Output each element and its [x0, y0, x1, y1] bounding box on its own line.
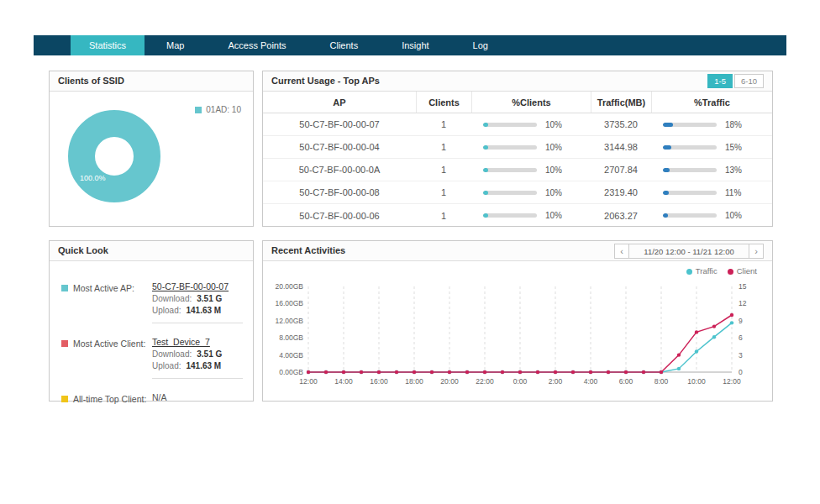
- ap-name: 50-C7-BF-00-00-0A: [263, 165, 416, 175]
- pct-clients-value: 10%: [545, 143, 562, 152]
- table-row: 50-C7-BF-00-00-08 1 10% 2319.40 11%: [263, 181, 772, 204]
- date-range-control: ‹ 11/20 12:00 - 11/21 12:00 ›: [614, 244, 764, 259]
- svg-text:8:00: 8:00: [654, 377, 669, 386]
- pct-clients-bar: [483, 145, 537, 150]
- pct-clients-value: 10%: [545, 120, 562, 129]
- quick-look-panel: Quick Look Most Active AP: 50-C7-BF-00-0…: [49, 240, 254, 402]
- pct-clients-value: 10%: [545, 165, 562, 175]
- activity-chart-legend: Traffic Client: [263, 261, 772, 276]
- quick-look-title: Quick Look: [58, 241, 108, 260]
- table-row: 50-C7-BF-00-00-04 1 10% 3144.98 15%: [263, 136, 772, 159]
- activity-line-chart: 12:0014:0016:0018:0020:0022:000:002:004:…: [263, 276, 772, 397]
- upload-label: Upload:: [152, 360, 181, 372]
- pct-traffic-bar: [663, 191, 717, 195]
- pct-clients-bar: [483, 191, 537, 195]
- tab-log[interactable]: Log: [451, 35, 510, 55]
- quick-look-label: Most Active Client:: [73, 339, 145, 349]
- donut-ring: [68, 110, 160, 202]
- svg-text:16.00GB: 16.00GB: [275, 299, 303, 307]
- svg-text:10:00: 10:00: [687, 377, 706, 386]
- ssid-chart-area: 01AD: 10 100.0%: [50, 92, 253, 226]
- svg-text:20:00: 20:00: [440, 377, 459, 386]
- top-nav: Statistics Map Access Points Clients Ins…: [34, 35, 786, 55]
- quick-look-label: All-time Top Client:: [73, 394, 146, 404]
- clients-of-ssid-panel: Clients of SSID 01AD: 10 100.0%: [49, 71, 254, 227]
- table-row: 50-C7-BF-00-00-07 1 10% 3735.20 18%: [263, 113, 772, 136]
- col-header-ap: AP: [263, 92, 416, 113]
- tab-access-points[interactable]: Access Points: [206, 35, 308, 55]
- alltime-top-client-value: N/A: [152, 392, 167, 402]
- usage-pager: 1-5 6-10: [707, 74, 764, 88]
- pct-traffic-bar: [663, 123, 717, 127]
- pct-clients-value: 10%: [545, 211, 562, 220]
- clients-count: 1: [416, 165, 471, 175]
- recent-activities-title: Recent Activities: [271, 241, 345, 260]
- recent-activities-panel: Recent Activities ‹ 11/20 12:00 - 11/21 …: [262, 240, 773, 402]
- svg-text:0:00: 0:00: [513, 377, 528, 386]
- legend-swatch-icon: [195, 107, 202, 113]
- pct-clients-bar: [483, 213, 537, 218]
- quick-look-item-most-active-client: Most Active Client: Test_Device_7 Downlo…: [61, 337, 243, 379]
- clients-of-ssid-title: Clients of SSID: [58, 71, 124, 91]
- tab-clients[interactable]: Clients: [308, 35, 381, 55]
- svg-text:9: 9: [739, 317, 743, 325]
- current-usage-panel: Current Usage - Top APs 1-5 6-10 AP Clie…: [262, 71, 773, 227]
- pct-clients-bar: [483, 168, 537, 172]
- col-header-pct-clients: %Clients: [471, 92, 591, 113]
- ap-name: 50-C7-BF-00-00-04: [263, 142, 416, 152]
- clients-count: 1: [416, 142, 471, 152]
- date-range-value[interactable]: 11/20 12:00 - 11/21 12:00: [629, 244, 749, 259]
- traffic-mb: 2707.84: [591, 165, 651, 175]
- quick-look-item-most-active-ap: Most Active AP: 50-C7-BF-00-00-07 Downlo…: [61, 281, 243, 323]
- pct-traffic-bar: [663, 168, 717, 172]
- clients-count: 1: [416, 119, 471, 129]
- clients-count: 1: [416, 211, 471, 221]
- pct-traffic-value: 13%: [725, 165, 742, 175]
- download-label: Download:: [152, 293, 192, 305]
- traffic-mb: 2319.40: [591, 187, 651, 197]
- tab-insight[interactable]: Insight: [380, 35, 450, 55]
- svg-text:18:00: 18:00: [405, 377, 423, 386]
- ssid-legend: 01AD: 10: [195, 105, 241, 114]
- col-header-clients: Clients: [416, 92, 471, 113]
- pct-traffic-bar: [663, 145, 717, 150]
- table-row: 50-C7-BF-00-00-06 1 10% 2063.27 10%: [263, 204, 772, 227]
- svg-text:22:00: 22:00: [476, 377, 494, 386]
- svg-text:12: 12: [739, 299, 747, 307]
- pager-button-1-5[interactable]: 1-5: [707, 74, 733, 88]
- download-label: Download:: [152, 349, 192, 360]
- tab-statistics[interactable]: Statistics: [71, 35, 145, 55]
- pct-clients-bar: [483, 123, 537, 127]
- svg-text:12:00: 12:00: [299, 377, 318, 386]
- svg-text:4:00: 4:00: [584, 377, 598, 386]
- svg-text:2:00: 2:00: [549, 377, 563, 386]
- tab-map[interactable]: Map: [145, 35, 206, 55]
- ap-name: 50-C7-BF-00-00-08: [263, 187, 416, 197]
- traffic-mb: 2063.27: [591, 211, 651, 221]
- legend-swatch-icon: [61, 340, 68, 347]
- chevron-right-icon[interactable]: ›: [749, 244, 764, 259]
- most-active-client-link[interactable]: Test_Device_7: [152, 337, 210, 347]
- pager-button-6-10[interactable]: 6-10: [734, 74, 764, 88]
- client-dot-icon: [728, 269, 733, 275]
- pct-traffic-value: 15%: [725, 143, 742, 152]
- legend-swatch-icon: [61, 396, 68, 402]
- chevron-left-icon[interactable]: ‹: [614, 244, 629, 259]
- ap-name: 50-C7-BF-00-00-06: [263, 211, 416, 221]
- most-active-ap-link[interactable]: 50-C7-BF-00-00-07: [152, 281, 229, 291]
- svg-text:4.00GB: 4.00GB: [279, 351, 303, 360]
- ssid-donut-chart: 100.0%: [68, 110, 160, 202]
- upload-label: Upload:: [152, 305, 181, 317]
- traffic-mb: 3735.20: [591, 119, 651, 129]
- download-value: 3.51 G: [197, 349, 222, 360]
- svg-text:3: 3: [739, 351, 743, 360]
- svg-text:15: 15: [739, 282, 747, 291]
- panel-title-clients-of-ssid: Clients of SSID: [50, 71, 253, 92]
- statistics-page: Statistics Map Access Points Clients Ins…: [0, 0, 820, 504]
- svg-text:8.00GB: 8.00GB: [279, 333, 303, 342]
- legend-item-traffic: Traffic: [686, 266, 718, 276]
- current-usage-title: Current Usage - Top APs: [271, 71, 380, 91]
- svg-text:12.00GB: 12.00GB: [275, 317, 303, 325]
- svg-text:20.00GB: 20.00GB: [275, 282, 303, 291]
- download-value: 3.51 G: [197, 293, 222, 305]
